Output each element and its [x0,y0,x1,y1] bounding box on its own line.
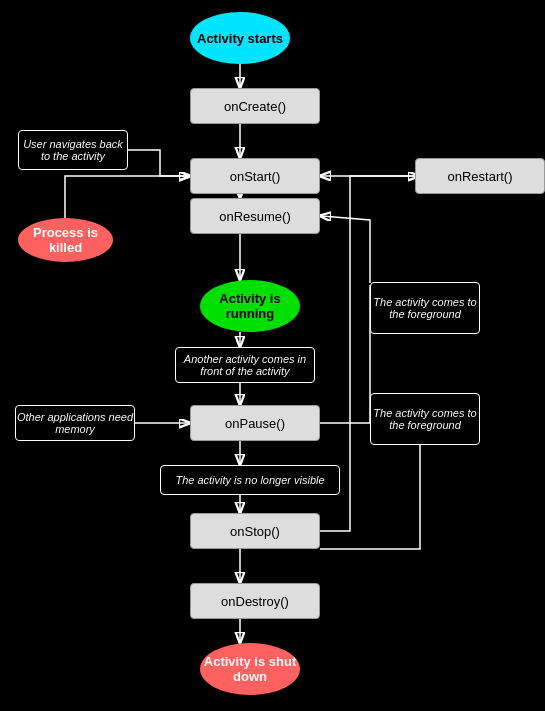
onstop-label: onStop() [230,524,280,539]
ondestroy-node: onDestroy() [190,583,320,619]
activity-shutdown-node: Activity is shut down [200,643,300,695]
onpause-node: onPause() [190,405,320,441]
onstart-label: onStart() [230,169,281,184]
another-activity-label: Another activity comes in front of the a… [176,353,314,377]
onstart-node: onStart() [190,158,320,194]
onrestart-label: onRestart() [447,169,512,184]
activity-comes-fg2-label: The activity comes to the foreground [371,407,479,431]
onresume-node: onResume() [190,198,320,234]
other-applications-label: Other applications need memory [16,411,134,435]
another-activity-node: Another activity comes in front of the a… [175,347,315,383]
process-killed-node: Process is killed [18,218,113,262]
process-killed-label: Process is killed [18,225,113,255]
activity-running-label: Activity is running [200,291,300,321]
activity-shutdown-label: Activity is shut down [200,654,300,684]
activity-starts-node: Activity starts [190,12,290,64]
oncreate-node: onCreate() [190,88,320,124]
activity-running-node: Activity is running [200,280,300,332]
oncreate-label: onCreate() [224,99,286,114]
onrestart-node: onRestart() [415,158,545,194]
activity-comes-fg2-node: The activity comes to the foreground [370,393,480,445]
no-longer-visible-label: The activity is no longer visible [175,474,324,486]
onstop-node: onStop() [190,513,320,549]
user-navigates-node: User navigates back to the activity [18,130,128,170]
activity-comes-fg1-label: The activity comes to the foreground [371,296,479,320]
activity-starts-label: Activity starts [197,31,283,46]
other-applications-node: Other applications need memory [15,405,135,441]
no-longer-visible-node: The activity is no longer visible [160,465,340,495]
onpause-label: onPause() [225,416,285,431]
onresume-label: onResume() [219,209,291,224]
user-navigates-label: User navigates back to the activity [19,138,127,162]
activity-comes-fg1-node: The activity comes to the foreground [370,282,480,334]
ondestroy-label: onDestroy() [221,594,289,609]
